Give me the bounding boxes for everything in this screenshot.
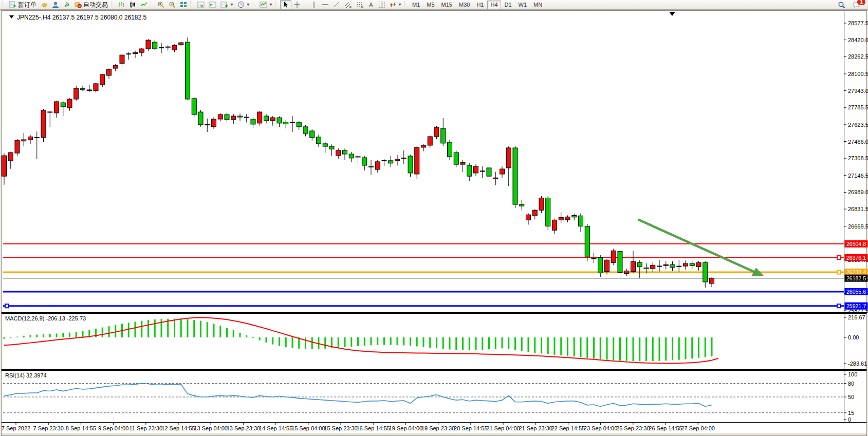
timeframe-h4[interactable]: H4 [487,1,501,9]
line-chart-button[interactable] [138,0,150,10]
toolbar-grip [404,2,408,8]
chat-button[interactable]: 1 [851,0,863,10]
timeframe-mn[interactable]: MN [530,1,545,9]
svg-text:27785.5: 27785.5 [848,104,868,110]
bar-chart-button[interactable] [116,0,127,10]
text-label-icon: T [378,1,385,8]
svg-text:0.00: 0.00 [848,334,859,340]
chart-shift-icon [209,1,216,8]
timeframe-m1[interactable]: M1 [409,1,423,9]
trendline-tool-button[interactable] [331,0,342,10]
macd-label: MACD(12,26,9) -206.13 -225.73 [5,315,86,321]
svg-text:7 Sep 2022: 7 Sep 2022 [2,425,30,431]
timeframe-d1[interactable]: D1 [502,1,515,9]
zoom-in-button[interactable] [155,0,167,10]
svg-text:7 Sep 23:30: 7 Sep 23:30 [33,425,64,431]
chevron-down-icon [230,4,233,6]
timeframe-m5[interactable]: M5 [423,1,437,9]
toolbar-grip [151,2,154,8]
svg-text:25 Sep 23:30: 25 Sep 23:30 [616,425,650,431]
new-chart-button[interactable] [218,0,235,10]
zoom-out-icon [169,1,176,8]
svg-text:15 Sep 04:00: 15 Sep 04:00 [291,425,325,431]
tile-windows-button[interactable] [178,0,189,10]
cursor-icon [282,1,289,8]
svg-text:20 Sep 14:55: 20 Sep 14:55 [454,425,487,431]
signals-button[interactable] [61,0,72,10]
svg-text:F: F [361,6,363,9]
svg-text:27146.5: 27146.5 [848,173,868,179]
chart-generated-layer: 28577.528420.028262.528100.527943.027785… [2,11,868,436]
line-chart-icon [140,1,147,8]
svg-text:16 Sep 14:55: 16 Sep 14:55 [356,425,390,431]
svg-text:9 Sep 04:00: 9 Sep 04:00 [98,425,128,431]
svg-text:19 Sep 04:00: 19 Sep 04:00 [389,425,422,431]
toolbar-grip [111,2,114,8]
svg-text:11 Sep 23:30: 11 Sep 23:30 [129,425,162,431]
equidistant-channel-icon: E [344,1,352,8]
vertical-line-icon [310,1,318,8]
svg-text:0: 0 [848,416,851,423]
fibonacci-tool-button[interactable]: F [354,0,366,10]
text-label-tool-button[interactable]: T [376,0,387,10]
svg-text:26831.5: 26831.5 [848,206,868,212]
svg-text:26669.5: 26669.5 [848,223,868,230]
svg-text:21 Sep 04:00: 21 Sep 04:00 [486,425,520,431]
chart-title: JPN225-,H4 26137.5 26197.5 26080.0 26182… [17,14,147,21]
svg-text:27466.0: 27466.0 [848,139,868,145]
svg-text:26238.4: 26238.4 [846,269,866,275]
svg-text:26 Sep 14:55: 26 Sep 14:55 [649,425,682,431]
toolbar-grip [304,2,307,8]
new-chart-icon [220,1,228,8]
chevron-down-icon [398,4,401,6]
rsi-label: RSI(14) 32.3974 [5,372,47,378]
horizontal-line-icon [322,1,329,8]
svg-text:12 Sep 14:55: 12 Sep 14:55 [161,425,195,431]
cursor-tool-button[interactable] [280,0,291,10]
svg-text:21 Sep 23:30: 21 Sep 23:30 [519,425,552,431]
indicators-button[interactable] [257,0,274,10]
timeframe-m15[interactable]: M15 [438,1,455,9]
autotrade-icon [75,1,82,8]
fibonacci-icon: F [356,1,364,8]
timeframe-m30[interactable]: M30 [456,1,473,9]
crosshair-icon [293,1,301,8]
svg-text:13 Sep 23:30: 13 Sep 23:30 [227,425,260,431]
timeframe-h1[interactable]: H1 [473,1,487,9]
svg-text:13 Sep 04:00: 13 Sep 04:00 [194,425,227,431]
search-button[interactable] [836,0,847,10]
svg-text:27623.5: 27623.5 [848,122,868,128]
new-order-icon [9,1,16,8]
crosshair-tool-button[interactable] [291,0,303,10]
wallet-button[interactable] [39,0,50,10]
text-tool-button[interactable]: A [366,0,376,10]
bar-chart-icon [118,1,125,8]
svg-text:15: 15 [848,410,854,416]
svg-text:T: T [381,3,384,8]
svg-text:19 Sep 23:30: 19 Sep 23:30 [421,425,455,431]
arrows-tool-button[interactable] [387,0,403,10]
new-order-button[interactable]: 新订单 [7,0,39,10]
trendline-icon [333,1,340,8]
horizontal-line-tool-button[interactable] [320,0,331,10]
channel-tool-button[interactable]: E [342,0,354,10]
auto-scroll-button[interactable] [195,0,207,10]
timeframe-toolbar: M1M5M15M30H1H4D1W1MN [409,1,545,9]
vertical-line-tool-button[interactable] [308,0,320,10]
timeframe-w1[interactable]: W1 [515,1,530,9]
svg-text:15 Sep 23:30: 15 Sep 23:30 [324,425,357,431]
svg-text:27308.5: 27308.5 [848,155,868,161]
auto-scroll-icon [197,1,205,8]
svg-text:27 Sep 04:00: 27 Sep 04:00 [681,425,714,431]
svg-text:22 Sep 14:55: 22 Sep 14:55 [551,425,585,431]
svg-text:28262.5: 28262.5 [848,53,868,60]
candlestick-chart-button[interactable] [127,0,138,10]
indicators-icon [260,1,267,8]
autotrade-label: 自动交易 [83,1,108,9]
autotrade-button[interactable]: 自动交易 [72,0,110,10]
zoom-out-button[interactable] [167,0,178,10]
chart-canvas[interactable]: 28577.528420.028262.528100.527943.027785… [0,0,868,436]
community-button[interactable] [50,0,61,10]
period-clock-button[interactable] [235,0,252,10]
chart-shift-button[interactable] [207,0,218,10]
